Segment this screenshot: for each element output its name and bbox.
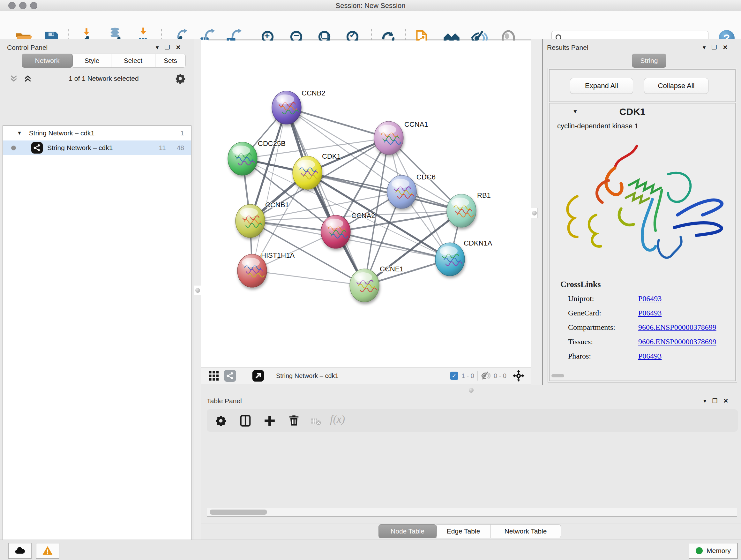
results-outer-box: Expand All Collapse All ▼ CDK1 cyclin-de… <box>548 68 737 382</box>
crosslink-link[interactable]: P06493 <box>638 352 662 361</box>
collection-count: 1 <box>180 129 184 137</box>
table-toolbar: f(x) <box>207 409 738 432</box>
delete-table-icon-disabled <box>311 416 321 427</box>
collapse-all-button[interactable]: Collapse All <box>644 78 709 94</box>
crosslink-row: GeneCard:P06493 <box>568 309 728 317</box>
memory-button[interactable]: Memory <box>689 543 738 559</box>
network-node-ccnb2[interactable] <box>272 91 301 124</box>
tab-network-table[interactable]: Network Table <box>490 524 561 538</box>
title-bar: Session: New Session <box>0 0 741 11</box>
results-hscrollbar-thumb[interactable] <box>551 374 564 377</box>
float-panel-icon[interactable]: ❐ <box>712 397 718 405</box>
grid-view-icon[interactable] <box>208 370 219 381</box>
warnings-button[interactable] <box>36 543 59 559</box>
collapse-all-chevron-icon[interactable] <box>9 74 18 83</box>
tab-network[interactable]: Network <box>22 54 73 68</box>
network-edge[interactable] <box>252 271 364 286</box>
tab-node-table[interactable]: Node Table <box>379 524 436 538</box>
selected-counts: 1 - 0 <box>461 372 474 380</box>
node-label: CCNA1 <box>404 120 428 128</box>
disclosure-triangle-icon[interactable]: ▼ <box>17 130 22 136</box>
right-splitter[interactable] <box>531 39 543 385</box>
float-panel-icon[interactable]: ❐ <box>165 44 170 51</box>
network-list-toolbar: 1 of 1 Network selected <box>0 71 194 86</box>
table-gear-icon[interactable] <box>215 415 226 427</box>
collapse-panel-icon[interactable]: ▾ <box>703 44 706 51</box>
float-panel-icon[interactable]: ❐ <box>712 44 717 51</box>
crosslink-link[interactable]: 9606.ENSP00000378699 <box>638 323 717 332</box>
memory-status-dot-icon <box>696 547 703 554</box>
expand-collapse-box: Expand All Collapse All <box>549 69 736 102</box>
table-splitter[interactable] <box>201 385 741 396</box>
tab-style[interactable]: Style <box>73 54 111 68</box>
network-options-gear-icon[interactable] <box>175 73 186 84</box>
left-splitter-handle[interactable] <box>194 285 201 295</box>
show-columns-icon[interactable] <box>239 415 252 427</box>
crosslink-label: Compartments: <box>568 323 638 332</box>
protein-header[interactable]: ▼ CDK1 <box>549 104 735 120</box>
network-node-ccne1[interactable] <box>350 269 379 302</box>
collapse-panel-icon[interactable]: ▾ <box>156 44 159 51</box>
crosslink-row: Pharos:P06493 <box>568 352 728 361</box>
close-panel-icon[interactable]: ✕ <box>176 44 181 51</box>
network-canvas[interactable]: CCNB2CCNA1CDC25BCDK1CDC6RB1CCNB1CCNA2CDK… <box>201 41 531 367</box>
network-thumbnail-icon[interactable] <box>224 370 236 382</box>
network-node-ccnb1[interactable] <box>235 204 265 238</box>
results-panel-title: Results Panel <box>547 44 589 51</box>
network-edge[interactable] <box>286 108 389 138</box>
network-node-cdc25b[interactable] <box>228 142 257 175</box>
pan-crosshair-icon[interactable] <box>512 369 525 382</box>
tab-string[interactable]: String <box>632 54 666 68</box>
results-panel: Results Panel ▾ ❐ ✕ String Expand All Co… <box>543 39 741 385</box>
network-icon <box>31 142 43 153</box>
network-label: String Network – cdk1 <box>47 144 113 152</box>
hidden-eye-icon[interactable] <box>481 371 490 381</box>
delete-column-trash-icon[interactable] <box>288 415 300 427</box>
network-node-cdc6[interactable] <box>387 175 416 208</box>
expand-all-button[interactable]: Expand All <box>570 78 633 94</box>
network-collection-row[interactable]: ▼ String Network – cdk1 1 <box>3 126 191 140</box>
right-splitter-handle[interactable] <box>531 208 538 218</box>
network-node-cdkn1a[interactable] <box>435 243 465 276</box>
crosslinks-heading: CrossLinks <box>560 280 601 289</box>
crosslink-link[interactable]: P06493 <box>638 309 662 317</box>
expand-all-chevron-icon[interactable] <box>23 74 32 83</box>
node-label: CDKN1A <box>464 239 492 247</box>
network-node-ccna1[interactable] <box>374 121 403 154</box>
crosslink-label: Pharos: <box>568 352 638 361</box>
network-node-rb1[interactable] <box>447 194 476 227</box>
birdseye-toggle-icon[interactable] <box>252 369 265 382</box>
table-tabs: Node Table Edge Table Network Table <box>379 524 561 538</box>
collection-label: String Network – cdk1 <box>29 129 94 137</box>
control-panel-window-buttons: ▾ ❐ ✕ <box>156 44 181 51</box>
disclosure-triangle-icon[interactable]: ▼ <box>572 109 578 115</box>
add-column-icon[interactable] <box>264 415 276 427</box>
table-hscrollbar-thumb[interactable] <box>210 509 267 515</box>
network-node-count: 11 <box>159 144 166 152</box>
function-builder-icon-disabled: f(x) <box>330 413 345 425</box>
collapse-panel-icon[interactable]: ▾ <box>703 397 706 405</box>
network-edge[interactable] <box>286 108 364 286</box>
node-label: CCNB1 <box>265 201 289 209</box>
table-splitter-handle[interactable] <box>469 388 474 393</box>
crosslink-link[interactable]: 9606.ENSP00000378699 <box>638 337 717 346</box>
network-node-ccna2[interactable] <box>321 215 350 248</box>
control-panel-tabs: Network Style Select Sets <box>22 54 186 68</box>
node-label: CDC25B <box>258 139 286 147</box>
table-hscrollbar[interactable] <box>207 508 737 516</box>
crosslink-link[interactable]: P06493 <box>638 294 662 303</box>
tab-select[interactable]: Select <box>111 54 155 68</box>
cloud-status-button[interactable] <box>8 543 31 559</box>
network-node-cdk1[interactable] <box>293 156 322 189</box>
network-row-selected[interactable]: String Network – cdk1 11 48 <box>3 140 191 155</box>
results-panel-window-buttons: ▾ ❐ ✕ <box>703 44 728 51</box>
network-edge[interactable] <box>307 173 461 211</box>
left-splitter[interactable] <box>194 39 201 540</box>
tab-sets[interactable]: Sets <box>155 54 186 68</box>
close-panel-icon[interactable]: ✕ <box>724 397 729 405</box>
tab-edge-table[interactable]: Edge Table <box>436 524 490 538</box>
close-panel-icon[interactable]: ✕ <box>723 44 728 51</box>
table-panel-title: Table Panel <box>207 397 242 405</box>
selected-checkbox-icon[interactable]: ✓ <box>450 372 458 380</box>
network-edge-count: 48 <box>177 144 184 152</box>
